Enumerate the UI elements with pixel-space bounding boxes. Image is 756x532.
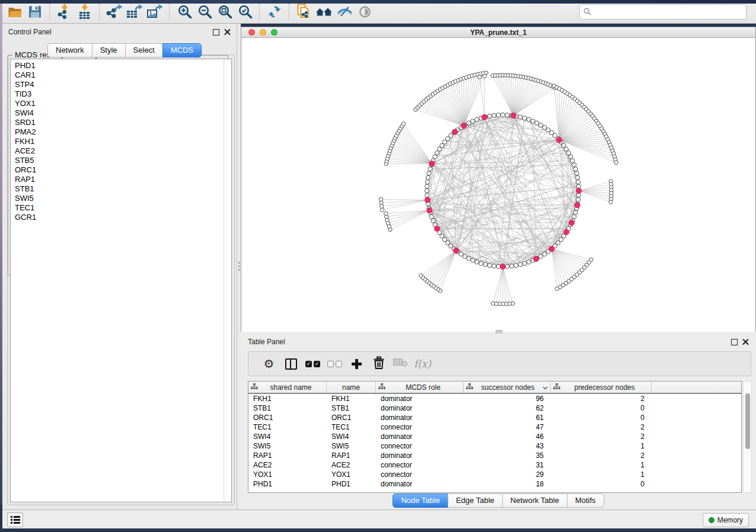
mcds-hub-node[interactable] — [549, 246, 554, 252]
mcds-result-item[interactable]: GCR1 — [11, 213, 231, 222]
ring-node[interactable] — [487, 114, 492, 118]
ring-node[interactable] — [427, 171, 431, 175]
cell-mcds-role[interactable]: connector — [376, 442, 464, 450]
satellite-node[interactable] — [401, 122, 405, 126]
cell-successor-nodes[interactable]: 96 — [464, 395, 551, 403]
float-table-panel-icon[interactable] — [731, 339, 738, 345]
memory-button[interactable]: Memory — [703, 513, 749, 527]
mcds-result-item[interactable]: RAP1 — [11, 175, 231, 184]
cell-successor-nodes[interactable]: 61 — [464, 414, 551, 422]
mcds-result-item[interactable]: PHD1 — [11, 61, 231, 70]
mcds-result-item[interactable]: SWI4 — [11, 108, 231, 118]
cell-name[interactable]: SWI5 — [327, 442, 376, 450]
ring-node[interactable] — [425, 193, 429, 197]
cell-predecessor-nodes[interactable]: 2 — [551, 451, 652, 460]
ring-node[interactable] — [572, 163, 576, 167]
ring-node[interactable] — [566, 150, 570, 155]
cell-predecessor-nodes[interactable]: 2 — [551, 395, 652, 403]
column-header-successor-nodes[interactable]: successor nodes — [464, 382, 551, 393]
mcds-result-item[interactable]: PMA2 — [11, 127, 231, 137]
ring-node[interactable] — [522, 116, 527, 120]
cell-successor-nodes[interactable]: 62 — [464, 404, 551, 412]
mcds-result-item[interactable]: SWI5 — [11, 194, 231, 203]
export-image-button[interactable] — [145, 2, 165, 21]
network-frame-titlebar[interactable]: YPA_prune.txt_1 — [241, 27, 755, 38]
cell-mcds-role[interactable]: dominator — [376, 414, 464, 422]
zoom-out-button[interactable] — [194, 2, 215, 21]
mcds-hub-node[interactable] — [435, 226, 440, 231]
import-table-button[interactable] — [75, 2, 95, 21]
ring-node[interactable] — [496, 113, 500, 117]
delete-table-button[interactable] — [390, 355, 412, 373]
satellite-node[interactable] — [491, 302, 495, 305]
ring-node[interactable] — [572, 214, 576, 219]
mcds-result-item[interactable]: STB5 — [11, 156, 231, 165]
ring-node[interactable] — [471, 119, 475, 123]
ring-node[interactable] — [475, 117, 479, 121]
cell-shared-name[interactable]: SWI5 — [248, 442, 327, 450]
add-column-button[interactable] — [346, 355, 368, 373]
save-session-button[interactable] — [25, 2, 45, 21]
cell-successor-nodes[interactable]: 29 — [464, 470, 551, 479]
cell-name[interactable]: ACE2 — [327, 461, 376, 469]
ring-node[interactable] — [462, 254, 467, 258]
satellite-node[interactable] — [384, 211, 388, 215]
cell-name[interactable]: PHD1 — [327, 480, 376, 488]
search-input[interactable] — [594, 7, 742, 17]
ring-node[interactable] — [514, 264, 518, 268]
ring-node[interactable] — [522, 261, 527, 265]
ring-node[interactable] — [576, 175, 580, 180]
ring-node[interactable] — [538, 254, 543, 258]
cell-predecessor-nodes[interactable]: 0 — [551, 404, 652, 412]
cell-name[interactable]: STB1 — [327, 404, 376, 412]
float-panel-icon[interactable] — [213, 29, 219, 36]
mcds-hub-node[interactable] — [461, 123, 467, 129]
ring-node[interactable] — [518, 115, 522, 119]
table-row[interactable]: SWI4SWI4dominator462 — [248, 432, 741, 441]
table-row[interactable]: SWI5SWI5connector431 — [248, 441, 741, 451]
mcds-hub-node[interactable] — [511, 113, 516, 118]
ring-node[interactable] — [433, 155, 437, 159]
satellite-node[interactable] — [380, 208, 384, 211]
ring-node[interactable] — [471, 258, 475, 262]
mcds-hub-node[interactable] — [576, 188, 581, 193]
mcds-result-item[interactable]: SRD1 — [11, 118, 231, 127]
ring-node[interactable] — [531, 119, 535, 123]
cell-successor-nodes[interactable]: 18 — [464, 480, 551, 488]
satellite-node[interactable] — [609, 200, 613, 204]
deselect-all-columns-button[interactable] — [324, 355, 346, 373]
cell-name[interactable]: TEC1 — [327, 423, 376, 431]
tab-network[interactable]: Network — [47, 43, 92, 57]
mcds-result-item[interactable]: STP4 — [11, 80, 231, 89]
satellite-node[interactable] — [478, 75, 481, 79]
hide-selected-button[interactable] — [334, 2, 355, 21]
cell-mcds-role[interactable]: connector — [376, 461, 464, 469]
mcds-list-scrollbar[interactable] — [224, 59, 231, 502]
cell-name[interactable]: SWI4 — [327, 432, 376, 441]
table-settings-button[interactable]: ⚙ — [258, 355, 280, 373]
mcds-hub-node[interactable] — [429, 161, 435, 166]
ring-node[interactable] — [509, 264, 513, 268]
show-all-button[interactable] — [355, 2, 375, 21]
tab-motifs[interactable]: Motifs — [567, 493, 604, 508]
cell-predecessor-nodes[interactable]: 2 — [551, 432, 652, 441]
ring-node[interactable] — [426, 175, 430, 180]
mcds-hub-node[interactable] — [569, 220, 574, 226]
cell-mcds-role[interactable]: dominator — [376, 480, 464, 488]
ring-node[interactable] — [483, 262, 487, 267]
cell-shared-name[interactable]: SWI4 — [248, 432, 327, 441]
cell-shared-name[interactable]: TEC1 — [248, 423, 327, 431]
cell-name[interactable]: RAP1 — [327, 451, 376, 460]
cell-predecessor-nodes[interactable]: 0 — [551, 480, 652, 488]
mcds-hub-node[interactable] — [534, 256, 539, 261]
satellite-node[interactable] — [614, 161, 618, 164]
cell-predecessor-nodes[interactable]: 1 — [551, 461, 652, 469]
satellite-node[interactable] — [380, 204, 384, 208]
panel-list-button[interactable] — [7, 512, 23, 527]
mcds-hub-node[interactable] — [454, 248, 459, 253]
mcds-result-item[interactable]: YOX1 — [11, 99, 231, 108]
mcds-hub-node[interactable] — [575, 203, 580, 208]
ring-node[interactable] — [435, 150, 439, 155]
ring-node[interactable] — [492, 113, 496, 117]
ring-node[interactable] — [518, 262, 522, 267]
